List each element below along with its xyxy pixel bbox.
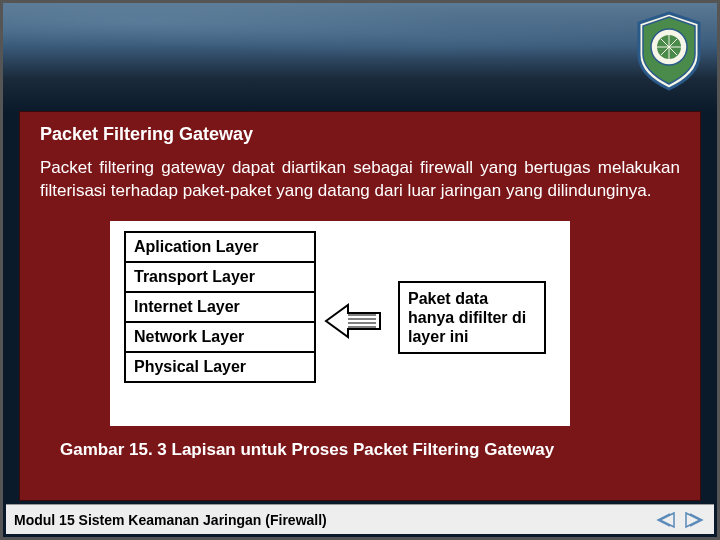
next-button[interactable]: [682, 510, 706, 530]
slide: Packet Filtering Gateway Packet filterin…: [0, 0, 720, 540]
figure-caption: Gambar 15. 3 Lapisan untuk Proses Packet…: [60, 440, 680, 460]
layers-stack: Aplication Layer Transport Layer Interne…: [124, 231, 316, 381]
section-heading: Packet Filtering Gateway: [40, 124, 680, 145]
footer-label: Modul 15 Sistem Keamanan Jaringan (Firew…: [14, 512, 654, 528]
nav-controls: [654, 510, 706, 530]
figure-diagram: Aplication Layer Transport Layer Interne…: [110, 221, 570, 426]
annotation-box: Paket data hanya difilter di layer ini: [398, 281, 546, 355]
slide-footer: Modul 15 Sistem Keamanan Jaringan (Firew…: [6, 504, 714, 534]
slide-header: [3, 3, 717, 111]
layer-cell: Internet Layer: [124, 291, 316, 323]
layer-cell: Aplication Layer: [124, 231, 316, 263]
layer-cell: Physical Layer: [124, 351, 316, 383]
prev-button[interactable]: [654, 510, 678, 530]
content-area: Packet Filtering Gateway Packet filterin…: [19, 111, 701, 501]
emblem-logo: [633, 11, 705, 91]
body-paragraph: Packet filtering gateway dapat diartikan…: [40, 157, 680, 203]
layer-cell: Transport Layer: [124, 261, 316, 293]
layer-cell: Network Layer: [124, 321, 316, 353]
arrow-left-icon: [324, 301, 384, 341]
header-texture: [3, 3, 717, 68]
